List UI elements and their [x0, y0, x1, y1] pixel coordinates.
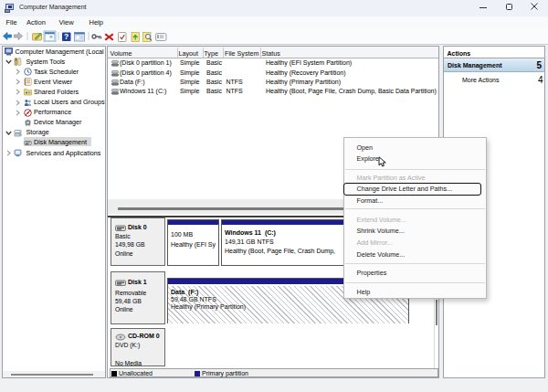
svg-text:?: ?: [64, 32, 68, 41]
